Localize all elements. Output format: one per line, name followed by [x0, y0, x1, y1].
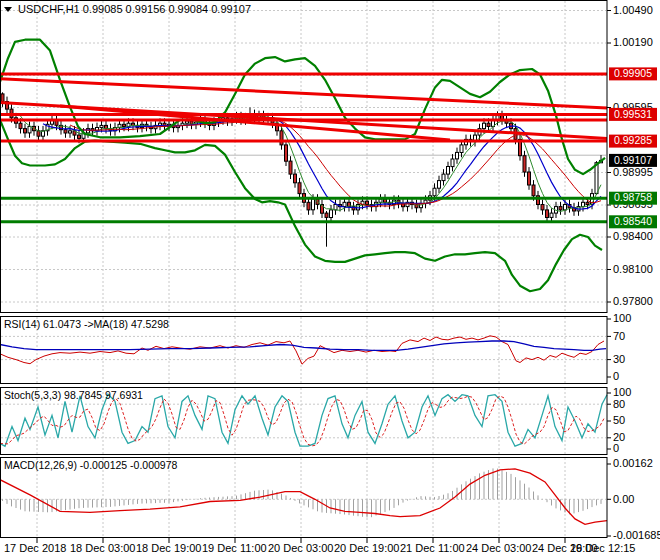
svg-text:18 Dec 19:00: 18 Dec 19:00 [136, 542, 201, 554]
svg-text:0.98400: 0.98400 [613, 230, 653, 242]
svg-text:0.99905: 0.99905 [614, 67, 652, 79]
svg-text:1.00190: 1.00190 [613, 36, 653, 48]
svg-text:19 Dec 11:00: 19 Dec 11:00 [202, 542, 267, 554]
svg-text:26 Dec 12:15: 26 Dec 12:15 [570, 542, 635, 554]
svg-text:70: 70 [613, 330, 625, 342]
svg-text:24 Dec 03:00: 24 Dec 03:00 [466, 542, 531, 554]
svg-text:0.98540: 0.98540 [614, 215, 652, 227]
svg-text:0: 0 [613, 442, 619, 454]
price-chart-canvas[interactable]: 1.004901.001900.995950.989950.986950.984… [0, 0, 660, 560]
svg-text:0.00: 0.00 [613, 493, 634, 505]
svg-text:20: 20 [613, 431, 625, 443]
svg-text:0.98100: 0.98100 [613, 263, 653, 275]
svg-text:100: 100 [613, 386, 631, 398]
symbol-dropdown-icon[interactable] [4, 7, 12, 12]
svg-text:0.98758: 0.98758 [614, 191, 652, 203]
svg-text:18 Dec 03:00: 18 Dec 03:00 [70, 542, 135, 554]
svg-text:20 Dec 03:00: 20 Dec 03:00 [268, 542, 333, 554]
svg-text:30: 30 [613, 353, 625, 365]
svg-text:20 Dec 19:00: 20 Dec 19:00 [334, 542, 399, 554]
svg-text:17 Dec 2018: 17 Dec 2018 [4, 542, 66, 554]
svg-text:0.98995: 0.98995 [613, 166, 653, 178]
svg-text:0.99107: 0.99107 [614, 154, 652, 166]
chart-window: 1.004901.001900.995950.989950.986950.984… [0, 0, 660, 560]
svg-text:80: 80 [613, 398, 625, 410]
svg-text:0: 0 [613, 370, 619, 382]
svg-text:-0.001685: -0.001685 [613, 529, 660, 541]
chart-title-text: USDCHF,H1 0.99085 0.99156 0.99084 0.9910… [18, 3, 251, 15]
svg-text:0.97800: 0.97800 [613, 295, 653, 307]
svg-text:0.99531: 0.99531 [614, 108, 652, 120]
svg-text:21 Dec 11:00: 21 Dec 11:00 [400, 542, 465, 554]
svg-text:0.00162: 0.00162 [613, 457, 653, 469]
chart-title-bar: USDCHF,H1 0.99085 0.99156 0.99084 0.9910… [4, 3, 251, 15]
svg-text:1.00490: 1.00490 [613, 4, 653, 16]
svg-text:50: 50 [613, 414, 625, 426]
svg-text:0.99285: 0.99285 [614, 134, 652, 146]
svg-text:100: 100 [613, 312, 631, 324]
